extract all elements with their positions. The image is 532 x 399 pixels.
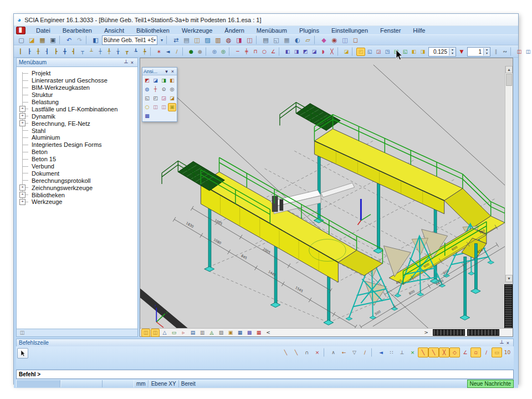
project-window-icon[interactable]: ◧ bbox=[90, 35, 101, 45]
expand-plus-icon[interactable]: + bbox=[19, 120, 25, 126]
snap-orthopoint-icon[interactable]: ◇ bbox=[449, 347, 460, 357]
sidebar-item-lastfaelle[interactable]: + Lastfälle und LF-Kombinationen bbox=[17, 105, 137, 112]
sidebar-item-aluminium[interactable]: + Aluminium bbox=[17, 134, 137, 141]
spin-down-icon[interactable]: ▾ bbox=[449, 52, 456, 55]
info-icon[interactable]: ◻ bbox=[350, 35, 361, 45]
engineering-report-icon[interactable]: ◫ bbox=[192, 35, 202, 45]
model-canvas[interactable]: 1830 1080 845 1445 1545 1005 2005 500 80… bbox=[140, 58, 513, 328]
sidebar-item-beton[interactable]: + Beton bbox=[17, 149, 137, 156]
snap-arc-icon[interactable]: ∩ bbox=[301, 347, 312, 357]
sidebar-item-beton15[interactable]: + Beton 15 bbox=[17, 156, 137, 163]
view-front-icon[interactable]: ◪ bbox=[151, 76, 160, 85]
snap-ten-icon[interactable]: 10 bbox=[502, 347, 513, 357]
view-palette-header[interactable]: Ansi... ▾ × bbox=[142, 68, 177, 75]
snap-delete-icon[interactable]: × bbox=[312, 347, 323, 357]
wireframe-icon[interactable]: ▣ bbox=[168, 103, 176, 111]
zoom-in-icon[interactable]: ⊙ bbox=[160, 85, 168, 94]
gallery-icon[interactable]: ◨ bbox=[234, 35, 244, 45]
lamp-icon[interactable]: ○ bbox=[143, 103, 151, 111]
scrollbar-thumb[interactable] bbox=[506, 74, 512, 86]
beam-icon[interactable]: ┃ bbox=[16, 48, 25, 56]
workgroup-icon[interactable]: ⇄ bbox=[171, 35, 181, 45]
menu-bearbeiten[interactable]: Bearbeiten bbox=[57, 27, 98, 34]
snap-vertex-icon[interactable]: ∧ bbox=[328, 347, 339, 357]
sidebar-item-werkzeuge[interactable]: + Werkzeuge bbox=[17, 198, 137, 206]
print-icon[interactable]: ▤ bbox=[260, 35, 271, 45]
pin-icon[interactable]: ┴ bbox=[123, 60, 129, 65]
chain-icon[interactable]: ∾ bbox=[500, 48, 509, 56]
wall-icon[interactable]: ┫ bbox=[69, 48, 78, 56]
subregion-icon[interactable]: ┼ bbox=[96, 48, 105, 56]
sidebar-item-dokument[interactable]: + Dokument bbox=[17, 170, 137, 177]
new-document-icon[interactable]: ▢ bbox=[16, 35, 27, 45]
window-activity-8-icon[interactable]: ◨ bbox=[418, 48, 427, 56]
save-icon[interactable]: ▣ bbox=[48, 35, 58, 45]
section-icon[interactable]: ▤ bbox=[188, 329, 197, 337]
menu-ansicht[interactable]: Ansicht bbox=[98, 27, 130, 34]
column-icon[interactable]: ┠ bbox=[25, 48, 34, 56]
window-activity-4-icon[interactable]: ◳ bbox=[383, 48, 392, 56]
view-axo-icon[interactable]: ◧ bbox=[168, 76, 176, 85]
sidebar-item-belastung[interactable]: + Belastung bbox=[17, 99, 137, 106]
sidebar-item-protokoll[interactable]: + Berechnungsprotokoll bbox=[17, 177, 137, 184]
undo-icon[interactable]: ↶ bbox=[64, 35, 74, 45]
scale-icon[interactable]: ∥ bbox=[492, 48, 500, 56]
rib-icon[interactable]: ╁ bbox=[114, 48, 122, 56]
zoom-out-icon[interactable]: ◎ bbox=[168, 85, 176, 94]
delete-icon[interactable]: ╳ bbox=[328, 48, 336, 56]
window-activity-7-icon[interactable]: ◧ bbox=[410, 48, 418, 56]
window-activity-2-icon[interactable]: ◱ bbox=[365, 48, 374, 56]
zoom-window-icon[interactable]: ◱ bbox=[143, 94, 151, 103]
sidebar-item-bim[interactable]: + BIM-Werkzeugkasten bbox=[17, 84, 137, 91]
solid-view-icon[interactable]: ▣ bbox=[226, 329, 235, 337]
model-viewport[interactable]: 1830 1080 845 1445 1545 1005 2005 500 80… bbox=[140, 58, 513, 337]
snap-midpoint-icon[interactable]: ╲ bbox=[418, 347, 428, 357]
snap-undo-icon[interactable]: ← bbox=[339, 347, 349, 357]
scroll-up-icon[interactable]: ▲ bbox=[505, 66, 513, 73]
selection-cursor-button[interactable] bbox=[17, 348, 28, 359]
axonometry-icon[interactable]: △ bbox=[160, 329, 169, 337]
window-activity-1-icon[interactable]: ◰ bbox=[356, 48, 365, 56]
redo-icon[interactable]: ↷ bbox=[74, 35, 85, 45]
clip-front-icon[interactable]: ◫ bbox=[151, 103, 160, 111]
sidebar-item-berechnung[interactable]: + Berechnung, FE-Netz bbox=[17, 120, 137, 127]
close-icon[interactable]: × bbox=[505, 340, 511, 346]
status-units[interactable]: mm bbox=[134, 380, 149, 387]
expand-plus-icon[interactable]: + bbox=[19, 185, 25, 191]
named-view-icon[interactable]: ▹ bbox=[179, 329, 188, 337]
web-viewer-icon[interactable]: ◍ bbox=[223, 35, 234, 45]
dimension-icon[interactable]: ╪ bbox=[242, 48, 251, 56]
snap-filter-icon[interactable]: ▽ bbox=[349, 347, 360, 357]
angle-icon[interactable]: ∠ bbox=[269, 48, 278, 56]
polyline-icon[interactable]: ⊓ bbox=[251, 48, 260, 56]
sidebar-item-zeichnung[interactable]: + Zeichnungswerkzeuge bbox=[17, 184, 137, 191]
stiffener-icon[interactable]: ╄ bbox=[140, 48, 149, 56]
expand-plus-icon[interactable]: + bbox=[19, 106, 25, 112]
view-person-icon[interactable]: ◍ bbox=[143, 85, 151, 94]
document-edit-icon[interactable]: ▱ bbox=[303, 35, 313, 45]
table-composer-icon[interactable]: ▦ bbox=[282, 35, 292, 45]
plate-icon[interactable]: ╋ bbox=[60, 48, 69, 56]
snap-arc-center-icon[interactable]: ∕ bbox=[481, 347, 492, 357]
clipboard-icon[interactable]: ▥ bbox=[213, 35, 223, 45]
viewport-vertical-scrollbar[interactable]: ▲ ▼ bbox=[505, 66, 513, 282]
activity-filter-icon[interactable]: ▼ bbox=[457, 48, 466, 56]
sidebar-item-bibliotheken[interactable]: + Bibliotheken bbox=[17, 191, 137, 198]
reference-activity-icon[interactable]: ◫ bbox=[524, 48, 532, 56]
report-icon[interactable]: ▤ bbox=[181, 35, 192, 45]
xml-icon[interactable]: ▨ bbox=[202, 35, 213, 45]
perspective-icon[interactable]: ▭ bbox=[170, 329, 178, 337]
render-mode-icon[interactable]: ▩ bbox=[143, 112, 151, 120]
menu-werkzeuge[interactable]: Werkzeuge bbox=[176, 27, 218, 34]
paint-properties-icon[interactable]: ∕ bbox=[172, 48, 181, 56]
visibility-on-icon[interactable]: ● bbox=[187, 48, 196, 56]
save-all-icon[interactable]: ▦ bbox=[37, 35, 48, 45]
cursor-snap-settings-icon[interactable]: ◄ bbox=[376, 347, 386, 357]
sidebar-item-stahl[interactable]: + Stahl bbox=[17, 127, 137, 134]
connect-nodes-icon[interactable]: ∗ bbox=[155, 48, 163, 56]
menu-fenster[interactable]: Fenster bbox=[374, 27, 407, 34]
snap-line-icon[interactable]: ╲ bbox=[280, 347, 291, 357]
mirror-icon[interactable]: ◪ bbox=[310, 48, 319, 56]
open-layer-icon[interactable]: ◪ bbox=[342, 48, 351, 56]
grid-icon[interactable]: ▦ bbox=[254, 329, 263, 337]
